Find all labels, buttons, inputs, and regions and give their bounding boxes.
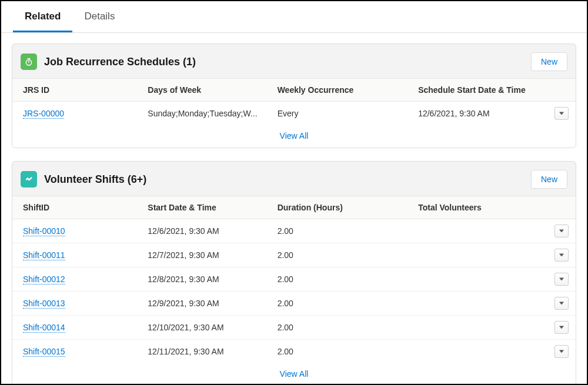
shift-start-cell: 12/8/2021, 9:30 AM [142, 267, 271, 292]
table-row: Shift-00013 12/9/2021, 9:30 AM 2.00 [12, 292, 576, 316]
shifts-view-all-link[interactable]: View All [280, 369, 309, 379]
row-actions-button[interactable] [554, 321, 569, 334]
jrs-id-link[interactable]: JRS-00000 [23, 109, 64, 119]
table-row: Shift-00015 12/11/2021, 9:30 AM 2.00 [12, 340, 576, 364]
shift-duration-cell: 2.00 [272, 340, 413, 364]
chevron-down-icon [559, 277, 564, 281]
jrs-col-start: Schedule Start Date & Time [412, 79, 549, 102]
chevron-down-icon [559, 350, 564, 353]
row-actions-button[interactable] [554, 225, 569, 237]
shift-start-cell: 12/7/2021, 9:30 AM [142, 243, 271, 267]
shift-id-link[interactable]: Shift-00015 [23, 347, 65, 357]
shift-start-cell: 12/10/2021, 9:30 AM [142, 316, 271, 340]
shift-duration-cell: 2.00 [272, 316, 413, 340]
row-actions-button[interactable] [554, 107, 569, 120]
volunteer-shifts-panel: Volunteer Shifts (6+) New ShiftID Start … [12, 161, 576, 385]
jrs-col-days: Days of Week [142, 79, 271, 102]
jrs-new-button[interactable]: New [531, 52, 567, 71]
shifts-col-duration: Duration (Hours) [272, 196, 413, 219]
shifts-col-total: Total Volunteers [412, 196, 549, 219]
jrs-col-occurrence: Weekly Occurrence [272, 79, 413, 102]
row-actions-button[interactable] [554, 345, 569, 358]
shift-id-link[interactable]: Shift-00013 [23, 299, 65, 309]
jrs-view-all-link[interactable]: View All [280, 131, 309, 140]
shift-total-cell [412, 267, 549, 292]
table-row: Shift-00012 12/8/2021, 9:30 AM 2.00 [12, 267, 576, 292]
table-row: Shift-00014 12/10/2021, 9:30 AM 2.00 [12, 316, 576, 340]
tab-details[interactable]: Details [72, 1, 126, 32]
shifts-view-all: View All [12, 363, 576, 385]
shift-duration-cell: 2.00 [272, 292, 413, 316]
shift-start-cell: 12/9/2021, 9:30 AM [142, 292, 271, 316]
table-row: JRS-00000 Sunday;Monday;Tuesday;W... Eve… [12, 102, 576, 126]
stopwatch-icon [21, 53, 37, 70]
shift-duration-cell: 2.00 [272, 219, 413, 243]
shift-total-cell [412, 316, 549, 340]
job-recurrence-panel: Job Recurrence Schedules (1) New JRS ID … [12, 43, 576, 148]
jrs-col-id: JRS ID [12, 79, 142, 102]
row-actions-button[interactable] [554, 249, 569, 262]
shift-start-cell: 12/6/2021, 9:30 AM [142, 219, 271, 243]
shifts-new-button[interactable]: New [531, 170, 567, 189]
jrs-start-cell: 12/6/2021, 9:30 AM [412, 102, 549, 126]
jrs-view-all: View All [12, 125, 576, 148]
shifts-col-actions [549, 196, 576, 219]
shift-id-link[interactable]: Shift-00014 [23, 323, 65, 333]
shifts-col-start: Start Date & Time [142, 196, 271, 219]
chevron-down-icon [559, 229, 564, 233]
shift-id-link[interactable]: Shift-00011 [23, 250, 65, 260]
chevron-down-icon [559, 302, 564, 305]
jrs-table: JRS ID Days of Week Weekly Occurrence Sc… [12, 78, 576, 125]
table-row: Shift-00010 12/6/2021, 9:30 AM 2.00 [12, 219, 576, 243]
chevron-down-icon [559, 326, 564, 329]
shift-total-cell [412, 243, 549, 267]
shift-total-cell [412, 219, 549, 243]
row-actions-button[interactable] [554, 273, 569, 286]
shifts-col-id: ShiftID [12, 196, 142, 219]
shift-duration-cell: 2.00 [272, 267, 413, 292]
shift-total-cell [412, 340, 549, 364]
jrs-panel-header: Job Recurrence Schedules (1) New [12, 44, 576, 78]
jrs-days-cell: Sunday;Monday;Tuesday;W... [142, 102, 271, 126]
jrs-panel-title: Job Recurrence Schedules (1) [44, 56, 531, 68]
shift-start-cell: 12/11/2021, 9:30 AM [142, 340, 271, 364]
shift-total-cell [412, 292, 549, 316]
row-actions-button[interactable] [554, 297, 569, 310]
shift-id-link[interactable]: Shift-00010 [23, 226, 65, 236]
shifts-panel-title: Volunteer Shifts (6+) [44, 173, 531, 186]
jrs-col-actions [549, 79, 576, 102]
chevron-down-icon [559, 112, 564, 115]
shifts-table: ShiftID Start Date & Time Duration (Hour… [12, 196, 576, 363]
shift-id-link[interactable]: Shift-00012 [23, 274, 65, 284]
table-row: Shift-00011 12/7/2021, 9:30 AM 2.00 [12, 243, 576, 267]
jrs-occurrence-cell: Every [272, 102, 413, 126]
page-root: Related Details Job Recurrence Schedules… [0, 0, 588, 385]
shift-duration-cell: 2.00 [272, 243, 413, 267]
handshake-icon [21, 171, 37, 188]
shifts-panel-header: Volunteer Shifts (6+) New [12, 162, 576, 196]
tab-bar: Related Details [1, 1, 587, 33]
tab-related[interactable]: Related [13, 1, 72, 32]
chevron-down-icon [559, 253, 564, 257]
